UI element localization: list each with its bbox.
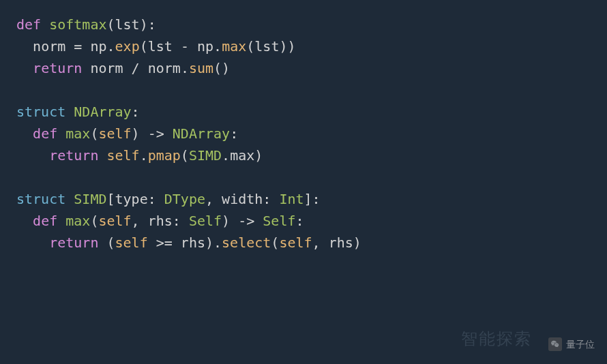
- code-token: width: [222, 191, 263, 207]
- code-token: return: [49, 234, 98, 251]
- code-token: norm: [90, 60, 131, 76]
- code-token: ): [353, 234, 361, 251]
- code-token: [148, 234, 156, 251]
- code-token: (: [271, 234, 279, 251]
- code-line: def softmax(lst):: [16, 14, 591, 35]
- code-line: return self.pmap(SIMD.max): [16, 145, 591, 166]
- code-token: (: [106, 234, 115, 251]
- code-token: self: [98, 125, 131, 142]
- code-token: sum: [189, 60, 213, 76]
- code-token: ): [222, 213, 238, 229]
- code-token: [65, 191, 74, 207]
- code-token: np: [197, 38, 213, 55]
- code-token: ->: [238, 213, 263, 229]
- code-token: max: [65, 213, 90, 229]
- faint-watermark: 智能探索: [461, 326, 532, 352]
- code-token: norm: [33, 38, 74, 55]
- code-token: Self: [263, 213, 295, 229]
- code-token: [98, 147, 106, 164]
- code-token: [: [106, 191, 115, 207]
- code-token: [57, 125, 65, 142]
- code-token: [98, 234, 106, 251]
- code-line: struct NDArray:: [16, 101, 591, 123]
- code-token: ): [132, 125, 148, 142]
- code-token: np: [90, 38, 106, 55]
- code-token: (: [90, 125, 98, 142]
- code-token: [82, 60, 90, 76]
- code-token: Self: [189, 213, 222, 229]
- code-token: (: [106, 16, 115, 33]
- code-token: (): [213, 60, 230, 76]
- code-token: max: [230, 147, 254, 164]
- code-line: [16, 166, 591, 188]
- code-token: ,: [312, 234, 329, 251]
- code-token: rhs: [148, 213, 173, 229]
- code-token: NDArray: [173, 125, 230, 142]
- code-line: norm = np.exp(lst - np.max(lst)): [16, 35, 591, 57]
- code-token: :: [295, 213, 304, 229]
- code-token: >=: [156, 234, 181, 251]
- code-token: self: [115, 234, 148, 251]
- code-token: max: [222, 38, 246, 55]
- code-token: [41, 16, 49, 33]
- code-token: .: [107, 38, 115, 55]
- code-token: (: [246, 38, 254, 55]
- code-token: :: [263, 191, 279, 207]
- code-token: -: [181, 38, 197, 55]
- code-token: (: [181, 147, 189, 164]
- code-token: .: [213, 38, 222, 55]
- code-token: lst: [115, 16, 140, 33]
- code-token: self: [279, 234, 312, 251]
- code-token: ):: [140, 16, 156, 33]
- code-token: ->: [148, 125, 173, 142]
- code-token: ): [254, 147, 263, 164]
- code-token: return: [33, 60, 82, 76]
- code-token: self: [98, 213, 131, 229]
- code-line: def max(self, rhs: Self) -> Self:: [16, 210, 591, 232]
- code-token: lst: [148, 38, 181, 55]
- code-token: def: [33, 125, 57, 142]
- code-token: self: [106, 147, 139, 164]
- code-token: return: [49, 147, 98, 164]
- code-token: .: [181, 60, 189, 76]
- code-token: ).: [205, 234, 222, 251]
- code-line: def max(self) -> NDArray:: [16, 123, 591, 145]
- code-token: select: [222, 234, 271, 251]
- code-token: =: [74, 38, 90, 55]
- code-token: [57, 213, 65, 229]
- code-token: struct: [16, 191, 65, 207]
- code-token: (: [140, 38, 148, 55]
- code-token: :: [230, 125, 238, 142]
- code-token: NDArray: [74, 104, 131, 120]
- code-token: rhs: [181, 234, 205, 251]
- code-token: ]:: [304, 191, 321, 207]
- code-token: :: [132, 104, 140, 120]
- code-token: :: [173, 213, 189, 229]
- code-token: ,: [205, 191, 222, 207]
- code-token: /: [132, 60, 148, 76]
- code-token: def: [33, 213, 57, 229]
- code-token: .: [140, 147, 148, 164]
- code-token: rhs: [329, 234, 353, 251]
- code-token: .: [222, 147, 230, 164]
- code-token: DType: [164, 191, 205, 207]
- code-token: softmax: [49, 16, 106, 33]
- code-token: SIMD: [189, 147, 222, 164]
- code-token: struct: [16, 104, 65, 120]
- code-token: def: [16, 16, 41, 33]
- code-token: Int: [279, 191, 304, 207]
- code-line: return norm / norm.sum(): [16, 57, 591, 79]
- watermark-text: 量子位: [566, 337, 595, 352]
- watermark: 量子位: [548, 337, 595, 352]
- code-token: :: [148, 191, 164, 207]
- code-token: (: [90, 213, 98, 229]
- code-token: lst: [254, 38, 279, 55]
- code-token: type: [115, 191, 148, 207]
- code-block: def softmax(lst): norm = np.exp(lst - np…: [0, 0, 607, 267]
- code-token: ,: [132, 213, 148, 229]
- code-token: exp: [115, 38, 140, 55]
- code-line: return (self >= rhs).select(self, rhs): [16, 232, 591, 254]
- code-token: [65, 104, 74, 120]
- code-token: SIMD: [74, 191, 106, 207]
- code-token: norm: [148, 60, 181, 76]
